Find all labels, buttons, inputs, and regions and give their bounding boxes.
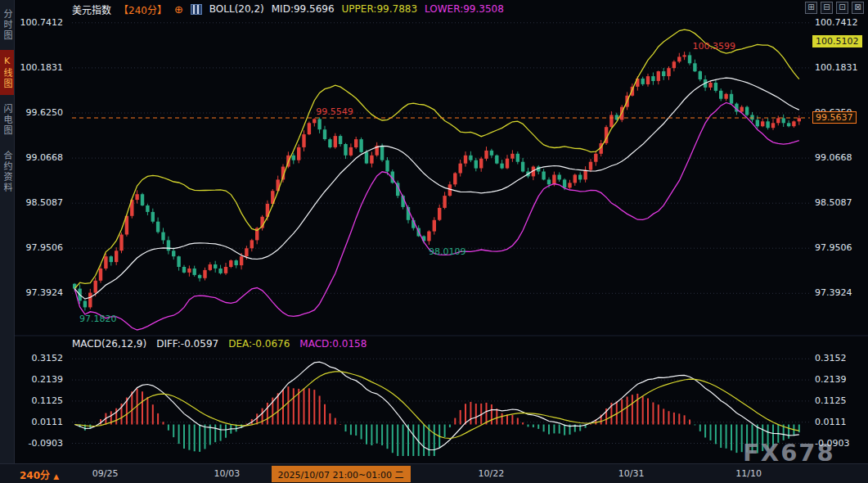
boll-label: BOLL(20,2) — [209, 3, 264, 15]
sidebar-item-time-chart[interactable]: 分时图 — [0, 3, 14, 47]
upper-band-price-label: 100.5102 — [812, 35, 862, 47]
chart-toolbar: 美元指数 【240分】 ⊕ BOLL(20,2) MID:99.5696 UPP… — [72, 2, 504, 16]
price-axis-label: 100.1831 — [812, 62, 868, 73]
candlestick-chart-canvas[interactable] — [0, 0, 868, 483]
close-panel-icon[interactable]: ⊠ — [852, 2, 864, 14]
price-axis-label: 99.0668 — [13, 152, 67, 163]
macd-axis-label: 0.3152 — [812, 353, 868, 363]
macd-axis-label: 0.0111 — [13, 417, 67, 427]
price-annotation: 100.3599 — [693, 41, 736, 52]
macd-axis-label: 0.0111 — [812, 417, 868, 427]
time-axis-label: 10/22 — [478, 468, 504, 479]
price-axis-label: 99.6250 — [13, 107, 67, 118]
price-axis-label: 100.7412 — [13, 17, 67, 28]
boll-upper-value: UPPER:99.7883 — [342, 3, 417, 15]
grid-layout-icon[interactable]: ⊞ — [805, 2, 817, 14]
chart-type-sidebar: 分时图 K线图 闪电图 合约资料 — [0, 0, 15, 483]
macd-axis-label: 0.1125 — [13, 395, 67, 406]
time-axis-label: 10/31 — [618, 468, 645, 479]
price-axis-label: 100.7412 — [812, 17, 868, 28]
macd-axis-label: 0.1125 — [812, 395, 868, 406]
symbol-name: 美元指数 — [72, 2, 111, 16]
time-axis-label: 10/03 — [214, 468, 241, 479]
single-view-icon[interactable]: ⊡ — [836, 2, 848, 14]
time-axis-label: 09/25 — [92, 468, 119, 479]
price-axis-label: 99.0668 — [812, 152, 868, 163]
price-axis-label: 100.1831 — [13, 62, 67, 73]
boll-mid-value: MID:99.5696 — [272, 3, 335, 15]
interval-text: 240分 — [20, 470, 50, 481]
macd-axis-label: -0.0903 — [812, 438, 868, 449]
price-axis-label: 97.9506 — [812, 242, 868, 253]
last-price-label: 99.5637 — [812, 111, 857, 124]
boll-indicator-icon[interactable] — [191, 4, 202, 15]
time-axis-label: 11/10 — [735, 468, 762, 479]
price-axis-label: 97.3924 — [13, 287, 67, 298]
macd-axis-label: 0.2139 — [812, 374, 868, 385]
price-annotation: 98.0109 — [429, 246, 466, 257]
sidebar-item-contract-info[interactable]: 合约资料 — [0, 145, 14, 199]
window-controls: ⊞ ⊟ ⊡ ⊠ — [805, 2, 864, 14]
macd-dea-value: DEA:-0.0676 — [228, 338, 290, 350]
bar-time-tooltip: 2025/10/07 21:00~01:00 二 — [272, 466, 411, 482]
trading-chart-window: 分时图 K线图 闪电图 合约资料 美元指数 【240分】 ⊕ BOLL(20,2… — [0, 0, 868, 483]
boll-lower-value: LOWER:99.3508 — [425, 3, 504, 15]
interval-switcher[interactable]: 240分 ▲ — [20, 467, 59, 481]
price-axis-label: 98.5087 — [13, 197, 67, 208]
price-annotation: 97.1820 — [79, 314, 117, 324]
macd-axis-label: 0.2139 — [13, 374, 67, 385]
sidebar-item-candlestick-chart[interactable]: K线图 — [0, 50, 14, 95]
add-indicator-icon[interactable]: ⊕ — [174, 3, 183, 16]
sidebar-item-lightning-chart[interactable]: 闪电图 — [0, 98, 14, 142]
time-axis-bar: 240分 ▲ 09/2510/0310/2210/3111/10 2025/10… — [0, 463, 868, 483]
left-price-axis[interactable]: 100.7412100.183199.625099.066898.508797.… — [13, 0, 67, 483]
macd-diff-value: DIFF:-0.0597 — [156, 338, 218, 350]
macd-name: MACD(26,12,9) — [72, 338, 146, 350]
macd-axis-label: 0.3152 — [13, 353, 67, 363]
price-annotation: 99.5549 — [316, 106, 353, 117]
right-price-axis[interactable]: 100.7412100.183199.625099.066898.508797.… — [812, 0, 868, 483]
expand-icon: ▲ — [53, 472, 59, 481]
macd-indicator-header: MACD(26,12,9) DIFF:-0.0597 DEA:-0.0676 M… — [72, 338, 367, 350]
price-axis-label: 98.5087 — [812, 197, 868, 208]
price-axis-label: 97.9506 — [13, 242, 67, 253]
macd-hist-value: MACD:0.0158 — [299, 338, 367, 350]
price-axis-label: 97.3924 — [812, 287, 868, 298]
horizontal-layout-icon[interactable]: ⊟ — [821, 2, 833, 14]
macd-axis-label: -0.0903 — [13, 438, 67, 449]
interval-label[interactable]: 【240分】 — [119, 2, 167, 16]
